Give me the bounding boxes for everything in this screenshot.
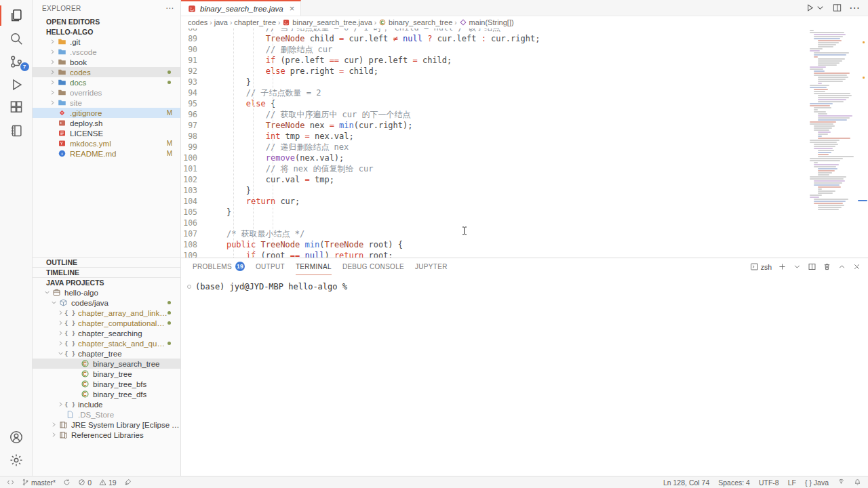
panel-tab-terminal[interactable]: TERMINAL (296, 258, 332, 275)
activity-notebook[interactable] (0, 119, 33, 142)
breadcrumb-item-codes[interactable]: codes (188, 18, 208, 26)
activity-explorer[interactable] (0, 4, 33, 27)
line-number: 99 (181, 142, 204, 152)
terminal-dropdown-icon[interactable] (793, 262, 802, 271)
panel-tab-output[interactable]: OUTPUT (256, 258, 285, 275)
status-utf-8[interactable]: UTF-8 (759, 479, 779, 487)
status-lf[interactable]: LF (788, 479, 796, 487)
maximize-panel-icon[interactable] (837, 262, 846, 271)
panel-tab-jupyter[interactable]: JUPYTER (415, 258, 448, 275)
timeline-section[interactable]: TIMELINE (33, 267, 180, 277)
modified-dot (167, 311, 171, 314)
close-panel-icon[interactable] (852, 262, 861, 271)
breadcrumb-item-java[interactable]: java (214, 18, 228, 26)
explorer-item-mkdocs-yml[interactable]: mkdocs.ymlM (33, 138, 180, 148)
chevron-down-icon (35, 27, 45, 37)
java-project-item-chapter-searching[interactable]: { }chapter_searching (33, 328, 180, 338)
activity-source-control[interactable]: 7 (0, 50, 33, 73)
breadcrumb-item-main-string-[interactable]: main(String[]) (459, 18, 514, 26)
explorer-item-codes[interactable]: codes (33, 67, 180, 77)
status-error-icon[interactable]: 0 (78, 479, 92, 487)
java-project-item-hello-algo[interactable]: hello-algo (33, 287, 180, 298)
explorer-item-license[interactable]: LICENSE (33, 128, 180, 138)
outline-section[interactable]: OUTLINE (33, 257, 180, 267)
line-number: 90 (181, 45, 204, 54)
java-project-item-referenced-libraries[interactable]: Referenced Libraries (33, 430, 180, 440)
kill-terminal-icon[interactable] (823, 262, 831, 271)
terminal[interactable]: (base) jyd@JYD-MBP hello-algo % (181, 275, 868, 476)
ruler-warning-mark (863, 41, 865, 43)
status-ln-128-col-74[interactable]: Ln 128, Col 74 (663, 479, 709, 487)
minimap[interactable] (810, 30, 859, 225)
indent-spacer (47, 139, 57, 148)
run-button[interactable] (805, 3, 825, 13)
open-editors-section[interactable]: OPEN EDITORS (33, 16, 180, 26)
panel-tab-problems[interactable]: PROBLEMS19 (193, 258, 245, 275)
java-projects-section[interactable]: JAVA PROJECTS (33, 277, 180, 287)
modified-dot (167, 301, 171, 304)
lib-icon (58, 420, 68, 430)
explorer-item--vscode[interactable]: .vscode (33, 47, 180, 57)
project-root-section[interactable]: HELLO-ALGO (33, 26, 180, 37)
explorer-item-book[interactable]: book (33, 57, 180, 67)
java-project-item-jre-system-library-eclipse-temurin-17-17-[interactable]: JRE System Library [Eclipse Temurin 17 [… (33, 420, 180, 430)
java-project-item-chapter-tree[interactable]: { }chapter_tree (33, 348, 180, 359)
activity-extensions[interactable] (0, 96, 33, 119)
class-icon (80, 380, 90, 389)
status-broadcast-icon[interactable] (837, 479, 845, 486)
panel-tab-debug-console[interactable]: DEBUG CONSOLE (342, 258, 404, 275)
code-editor[interactable]: 88 // 当子结点数量 = 0 / 1 时， child = null / 该… (181, 28, 868, 258)
explorer-item-site[interactable]: site (33, 98, 180, 108)
java-project-item-binary-tree[interactable]: binary_tree (33, 369, 180, 379)
explorer-item--gitignore[interactable]: .gitignoreM (33, 108, 180, 118)
status-label: LF (788, 479, 796, 487)
braces-icon: { } (65, 349, 75, 359)
breadcrumb-item-binary-search-tree[interactable]: binary_search_tree (378, 18, 452, 26)
java-project-item--ds-store[interactable]: .DS_Store (33, 409, 180, 420)
sidebar-more-actions-icon[interactable]: ⋯ (165, 3, 174, 13)
explorer-item-deploy-sh[interactable]: deploy.sh (33, 118, 180, 128)
close-tab-icon[interactable]: × (290, 4, 295, 13)
breadcrumb-item-chapter-tree[interactable]: chapter_tree (234, 18, 276, 26)
split-editor-icon[interactable] (832, 3, 842, 13)
java-project-item-chapter-stack-and-queue[interactable]: { }chapter_stack_and_queue (33, 338, 180, 348)
java-project-item-binary-tree-bfs[interactable]: binary_tree_bfs (33, 379, 180, 389)
status-warning-icon[interactable]: 19 (99, 479, 117, 487)
java-project-item-include[interactable]: { }include (33, 399, 180, 409)
status-remote-icon[interactable] (7, 479, 14, 486)
new-terminal-button[interactable] (778, 262, 787, 271)
breadcrumb-label: chapter_tree (234, 18, 276, 26)
status-branch-icon[interactable]: master* (22, 479, 56, 487)
explorer-item--git[interactable]: .git (33, 37, 180, 47)
explorer-item-docs[interactable]: docs (33, 77, 180, 87)
editor-more-actions-icon[interactable]: ⋯ (849, 1, 860, 14)
folder-icon (57, 37, 66, 47)
java-project-item-codes-java[interactable]: codes/java (33, 298, 180, 308)
explorer-item-overrides[interactable]: overrides (33, 87, 180, 98)
status-bell-icon[interactable] (854, 479, 861, 486)
java-project-item-binary-tree-dfs[interactable]: binary_tree_dfs (33, 389, 180, 399)
explorer-item-readme-md[interactable]: README.mdM (33, 148, 180, 159)
terminal-shell-icon[interactable]: zsh (750, 262, 772, 271)
status--java[interactable]: { } Java (805, 479, 829, 487)
java-project-item-binary-search-tree[interactable]: binary_search_tree (33, 359, 180, 369)
item-label: binary_tree_dfs (93, 390, 180, 399)
java-project-item-chapter-array-and-linkedlist[interactable]: { }chapter_array_and_linkedlist (33, 308, 180, 318)
activity-settings[interactable] (0, 449, 33, 472)
activity-account[interactable] (0, 426, 33, 449)
tab-binary-search-tree[interactable]: binary_search_tree.java × (181, 0, 301, 16)
status-sync-icon[interactable] (63, 479, 71, 486)
breadcrumb-item-binary-search-tree-java[interactable]: binary_search_tree.java (282, 18, 372, 26)
code-line-98: 98 int tmp = nex.val; (181, 131, 868, 142)
line-number: 104 (181, 197, 204, 206)
chevron-right-icon (47, 88, 57, 98)
status-rocket-icon[interactable] (124, 479, 132, 486)
java-project-item-chapter-computational-complexity[interactable]: { }chapter_computational_complexity (33, 318, 180, 328)
yaml-file-icon (57, 139, 66, 148)
activity-search[interactable] (0, 27, 33, 50)
problems-count-badge: 19 (235, 262, 245, 271)
split-terminal-icon[interactable] (808, 262, 816, 271)
status-spaces-4[interactable]: Spaces: 4 (718, 479, 750, 487)
git-status-badge: M (167, 109, 180, 117)
activity-run-debug[interactable] (0, 73, 33, 96)
